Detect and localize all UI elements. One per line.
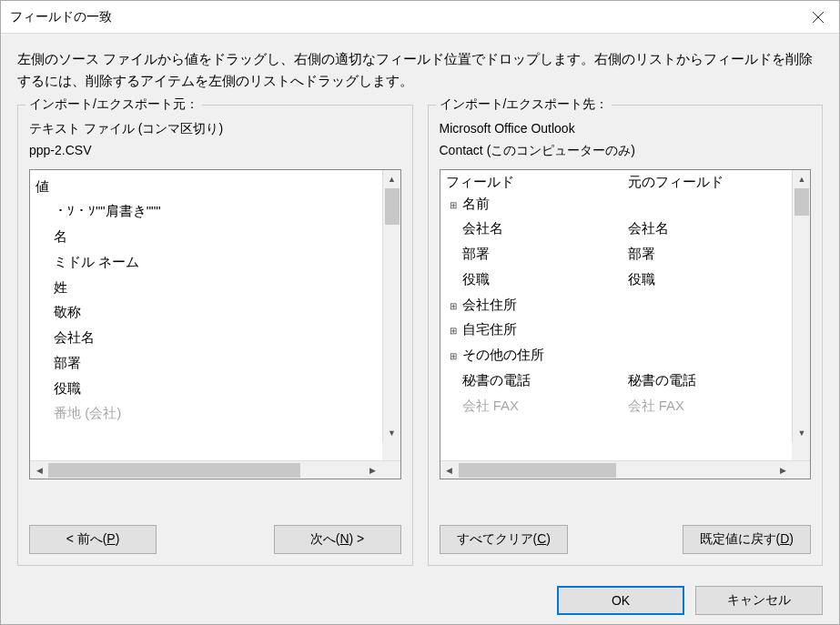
titlebar: フィールドの一致 bbox=[1, 1, 839, 34]
source-filename: ppp-2.CSV bbox=[29, 140, 401, 162]
dest-col-field: フィールド bbox=[446, 174, 628, 191]
dialog-content: 左側のソース ファイルから値をドラッグし、右側の適切なフィールド位置でドロップし… bbox=[1, 34, 839, 577]
dest-subtext: Microsoft Office Outlook Contact (このコンピュ… bbox=[440, 118, 812, 162]
list-item[interactable]: 名 bbox=[35, 224, 400, 249]
tree-row[interactable]: 秘書の電話 秘書の電話 bbox=[446, 368, 811, 393]
dest-hscrollbar[interactable]: ◀ ▶ bbox=[440, 460, 811, 479]
hscroll-track[interactable] bbox=[48, 461, 364, 479]
list-item[interactable]: 姓 bbox=[35, 275, 400, 300]
dest-col-source: 元のフィールド bbox=[628, 174, 811, 191]
hscroll-track[interactable] bbox=[459, 461, 774, 479]
close-icon bbox=[813, 12, 824, 23]
dest-panel-title: インポート/エクスポート先： bbox=[436, 96, 612, 113]
instruction-text: 左側のソース ファイルから値をドラッグし、右側の適切なフィールド位置でドロップし… bbox=[17, 48, 823, 92]
scroll-right-icon[interactable]: ▶ bbox=[364, 461, 382, 479]
reset-default-button[interactable]: 既定値に戻す(D) bbox=[683, 525, 811, 554]
next-button[interactable]: 次へ(N) > bbox=[274, 525, 401, 554]
scroll-left-icon[interactable]: ◀ bbox=[440, 461, 459, 479]
list-item[interactable]: 会社名 bbox=[35, 325, 400, 350]
source-hscrollbar[interactable]: ◀ ▶ bbox=[30, 460, 400, 479]
expand-icon[interactable]: ⊞ bbox=[446, 298, 460, 316]
tree-row[interactable]: 部署 部署 bbox=[446, 241, 811, 267]
scroll-thumb[interactable] bbox=[385, 188, 400, 225]
dest-list-body: フィールド 元のフィールド ⊞名前 会社名 会社名 bbox=[440, 170, 811, 460]
panels-row: インポート/エクスポート元： テキスト ファイル (コンマ区切り) ppp-2.… bbox=[17, 105, 823, 566]
clear-all-button[interactable]: すべてクリア(C) bbox=[440, 525, 568, 554]
tree-row[interactable]: ⊞自宅住所 bbox=[446, 317, 811, 342]
source-listbox[interactable]: 値 ・ｿ・ｿ""肩書き""" 名 ミドル ネーム 姓 敬称 会社名 部署 役職 … bbox=[29, 169, 401, 479]
hscroll-thumb[interactable] bbox=[48, 463, 300, 478]
dest-vscrollbar[interactable]: ▲ ▼ bbox=[792, 170, 810, 442]
expand-icon[interactable]: ⊞ bbox=[446, 348, 460, 366]
dest-panel: インポート/エクスポート先： Microsoft Office Outlook … bbox=[428, 105, 824, 566]
tree-row[interactable]: ⊞会社住所 bbox=[446, 292, 811, 318]
dest-columns: フィールド 元のフィールド bbox=[440, 170, 811, 191]
window-title: フィールドの一致 bbox=[10, 9, 112, 25]
dest-listbox[interactable]: フィールド 元のフィールド ⊞名前 会社名 会社名 bbox=[440, 169, 812, 479]
list-item[interactable]: 役職 bbox=[35, 376, 400, 401]
tree-row[interactable]: 会社 FAX 会社 FAX bbox=[446, 393, 811, 418]
dest-list-content: ⊞名前 会社名 会社名 部署 部署 bbox=[440, 191, 811, 422]
list-item[interactable]: 番地 (会社) bbox=[35, 400, 400, 426]
cancel-button[interactable]: キャンセル bbox=[695, 586, 823, 615]
scroll-corner bbox=[382, 442, 400, 460]
scroll-corner bbox=[792, 442, 810, 460]
source-format: テキスト ファイル (コンマ区切り) bbox=[29, 118, 401, 140]
list-item[interactable]: ミドル ネーム bbox=[35, 249, 400, 275]
prev-button[interactable]: < 前へ(P) bbox=[29, 525, 157, 554]
dest-app: Microsoft Office Outlook bbox=[440, 118, 812, 140]
scroll-right-icon[interactable]: ▶ bbox=[774, 461, 792, 479]
tree-row[interactable]: 役職 役職 bbox=[446, 267, 811, 292]
tree-row[interactable]: ⊞名前 bbox=[446, 191, 811, 217]
source-vscrollbar[interactable]: ▲ ▼ bbox=[382, 170, 400, 442]
source-list-body: 値 ・ｿ・ｿ""肩書き""" 名 ミドル ネーム 姓 敬称 会社名 部署 役職 … bbox=[30, 170, 400, 460]
source-panel-title: インポート/エクスポート元： bbox=[25, 96, 202, 113]
expand-icon[interactable]: ⊞ bbox=[446, 197, 460, 215]
source-subtext: テキスト ファイル (コンマ区切り) ppp-2.CSV bbox=[29, 118, 401, 162]
scroll-down-icon[interactable]: ▼ bbox=[793, 424, 810, 442]
list-item[interactable]: 部署 bbox=[35, 350, 400, 376]
scroll-thumb[interactable] bbox=[794, 188, 809, 216]
source-buttons: < 前へ(P) 次へ(N) > bbox=[29, 525, 401, 554]
source-panel: インポート/エクスポート元： テキスト ファイル (コンマ区切り) ppp-2.… bbox=[17, 105, 413, 566]
tree-row[interactable]: 会社名 会社名 bbox=[446, 216, 811, 241]
source-header: 値 bbox=[35, 174, 400, 199]
dest-target: Contact (このコンピューターのみ) bbox=[440, 140, 812, 162]
dialog-window: フィールドの一致 左側のソース ファイルから値をドラッグし、右側の適切なフィール… bbox=[0, 0, 840, 625]
source-list-content: 値 ・ｿ・ｿ""肩書き""" 名 ミドル ネーム 姓 敬称 会社名 部署 役職 … bbox=[30, 170, 400, 430]
close-button[interactable] bbox=[797, 1, 839, 34]
scroll-up-icon[interactable]: ▲ bbox=[383, 170, 400, 188]
scroll-down-icon[interactable]: ▼ bbox=[383, 424, 400, 442]
expand-icon[interactable]: ⊞ bbox=[446, 323, 460, 340]
hscroll-thumb[interactable] bbox=[459, 463, 616, 478]
list-item[interactable]: 敬称 bbox=[35, 299, 400, 325]
dest-buttons: すべてクリア(C) 既定値に戻す(D) bbox=[440, 525, 812, 554]
scroll-left-icon[interactable]: ◀ bbox=[30, 461, 48, 479]
ok-button[interactable]: OK bbox=[557, 586, 684, 615]
list-item[interactable]: ・ｿ・ｿ""肩書き""" bbox=[35, 198, 400, 224]
dialog-buttons: OK キャンセル bbox=[1, 577, 839, 624]
tree-row[interactable]: ⊞その他の住所 bbox=[446, 342, 811, 368]
scroll-up-icon[interactable]: ▲ bbox=[793, 170, 810, 188]
